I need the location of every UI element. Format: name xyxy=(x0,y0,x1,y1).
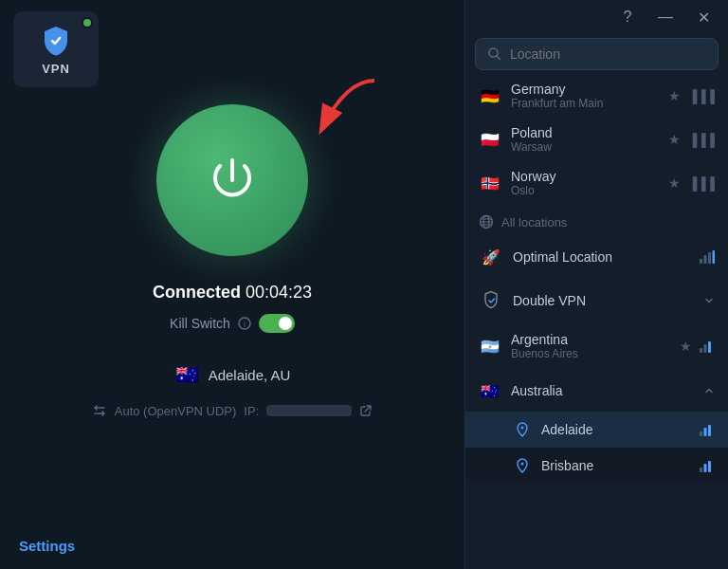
vpn-shield-icon xyxy=(39,24,73,58)
timer-display: 00:04:23 xyxy=(246,283,312,302)
argentina-flag-icon: 🇦🇷 xyxy=(479,335,501,358)
brisbane-signal-icon xyxy=(700,459,715,472)
power-button-wrap xyxy=(156,104,308,256)
argentina-item[interactable]: 🇦🇷 Argentina Buenos Aires ★ xyxy=(465,322,728,370)
double-vpn-icon xyxy=(479,288,503,313)
argentina-star-icon[interactable]: ★ xyxy=(680,339,692,354)
external-link-icon xyxy=(359,404,373,417)
kill-switch-toggle[interactable] xyxy=(259,314,295,333)
svg-rect-11 xyxy=(704,344,707,353)
adelaide-signal-icon xyxy=(700,423,715,436)
svg-rect-20 xyxy=(708,461,711,472)
norway-flag-icon: 🇳🇴 xyxy=(479,172,501,194)
right-panel: ? — ✕ 🇩🇪 Germany Frankfurt am Main ★ ▐▐▐… xyxy=(464,0,728,569)
protocol-bar: Auto (OpenVPN UDP) IP: xyxy=(92,403,373,418)
status-dot xyxy=(82,17,93,28)
norway-city: Oslo xyxy=(511,184,659,197)
germany-text: Germany Frankfurt am Main xyxy=(511,82,659,110)
poland-star-icon[interactable]: ★ xyxy=(668,132,681,147)
double-vpn-item[interactable]: Double VPN xyxy=(465,279,728,322)
norway-country: Norway xyxy=(511,169,659,184)
red-arrow-icon xyxy=(270,76,384,152)
australia-flag-icon: 🇦🇺 xyxy=(479,379,501,402)
optimal-signal-icon xyxy=(700,250,715,264)
germany-country: Germany xyxy=(511,82,659,97)
germany-city: Frankfurt am Main xyxy=(511,97,659,110)
poland-city: Warsaw xyxy=(511,140,659,154)
settings-link[interactable]: Settings xyxy=(19,538,75,554)
poland-text: Poland Warsaw xyxy=(511,125,659,154)
shield-double-icon xyxy=(481,290,501,311)
globe-icon xyxy=(479,214,494,229)
svg-rect-10 xyxy=(700,348,702,353)
argentina-signal-icon xyxy=(700,340,715,353)
protocol-label: Auto (OpenVPN UDP) xyxy=(115,404,237,418)
svg-rect-18 xyxy=(700,468,702,472)
svg-rect-8 xyxy=(708,252,711,264)
vpn-label: VPN xyxy=(42,62,70,76)
svg-point-13 xyxy=(521,427,524,430)
kill-switch-label: Kill Switch xyxy=(170,316,230,331)
connected-label: Connected xyxy=(153,283,241,302)
svg-rect-14 xyxy=(700,431,702,436)
norway-star-icon[interactable]: ★ xyxy=(668,175,681,191)
germany-signal-icon: ▐▐▐ xyxy=(688,89,715,103)
brisbane-item[interactable]: Brisbane xyxy=(465,448,728,484)
brisbane-pin-icon xyxy=(513,456,532,475)
window-controls: ? — ✕ xyxy=(609,0,728,34)
vpn-icon-card: VPN xyxy=(13,11,99,87)
adelaide-item[interactable]: Adelaide xyxy=(465,412,728,448)
close-button[interactable]: ✕ xyxy=(684,0,722,34)
signal-bars-icon xyxy=(700,250,715,264)
location-list: 🇩🇪 Germany Frankfurt am Main ★ ▐▐▐ 🇵🇱 Po… xyxy=(465,70,728,569)
svg-rect-6 xyxy=(700,259,702,264)
svg-rect-9 xyxy=(713,250,716,264)
search-icon xyxy=(487,46,502,62)
transfer-icon xyxy=(92,403,107,418)
pin-icon-2 xyxy=(516,458,529,473)
optimal-location-label: Optimal Location xyxy=(513,249,690,265)
svg-rect-19 xyxy=(704,464,707,472)
poland-signal-icon: ▐▐▐ xyxy=(688,133,715,147)
svg-rect-16 xyxy=(708,425,711,436)
search-input[interactable] xyxy=(510,46,706,62)
australia-label: Australia xyxy=(511,383,694,398)
brisbane-label: Brisbane xyxy=(541,458,690,473)
australia-item[interactable]: 🇦🇺 Australia xyxy=(465,370,728,412)
chevron-up-icon xyxy=(703,385,715,396)
help-button[interactable]: ? xyxy=(609,0,646,34)
location-pin-icon xyxy=(513,420,532,439)
double-vpn-label: Double VPN xyxy=(513,293,694,308)
chevron-down-icon xyxy=(703,295,715,306)
rocket-icon: 🚀 xyxy=(479,245,503,269)
info-icon: i xyxy=(238,317,251,330)
svg-rect-12 xyxy=(708,341,711,353)
location-name: Adelaide, AU xyxy=(209,367,291,383)
norway-actions: ★ ▐▐▐ xyxy=(668,175,715,191)
current-location: 🇦🇺 Adelaide, AU xyxy=(174,361,291,388)
minimize-button[interactable]: — xyxy=(646,0,684,34)
argentina-text: Argentina Buenos Aires xyxy=(511,332,670,360)
left-panel: VPN Connected 00:04:23 Kill Switch i xyxy=(0,0,464,569)
norway-text: Norway Oslo xyxy=(511,169,659,197)
toggle-knob xyxy=(279,317,292,330)
argentina-actions: ★ xyxy=(680,339,715,354)
poland-flag-icon: 🇵🇱 xyxy=(479,128,501,151)
double-vpn-chevron xyxy=(703,295,715,306)
germany-actions: ★ ▐▐▐ xyxy=(668,88,715,103)
svg-point-17 xyxy=(521,463,524,466)
recent-norway[interactable]: 🇳🇴 Norway Oslo ★ ▐▐▐ xyxy=(465,161,728,205)
recent-germany[interactable]: 🇩🇪 Germany Frankfurt am Main ★ ▐▐▐ xyxy=(465,74,728,118)
svg-text:i: i xyxy=(244,320,246,329)
pin-icon xyxy=(516,422,529,437)
recent-poland[interactable]: 🇵🇱 Poland Warsaw ★ ▐▐▐ xyxy=(465,118,728,161)
poland-country: Poland xyxy=(511,125,659,140)
optimal-location-item[interactable]: 🚀 Optimal Location xyxy=(465,235,728,279)
adelaide-label: Adelaide xyxy=(541,422,690,437)
search-bar xyxy=(475,38,719,70)
kill-switch-row: Kill Switch i xyxy=(170,314,295,333)
ip-address xyxy=(266,405,352,416)
svg-rect-15 xyxy=(704,428,707,436)
germany-star-icon[interactable]: ★ xyxy=(668,88,681,103)
poland-actions: ★ ▐▐▐ xyxy=(668,132,715,147)
